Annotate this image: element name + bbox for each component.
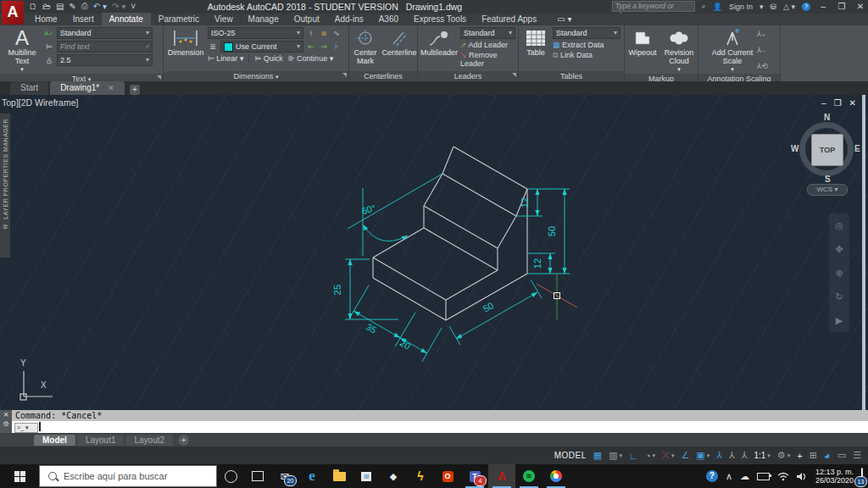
tray-help-icon[interactable]: ? bbox=[706, 470, 718, 482]
help-icon[interactable]: ? bbox=[802, 3, 810, 11]
leaders-dialog-launcher-icon[interactable] bbox=[512, 73, 516, 77]
view-cube-top-face[interactable]: TOP bbox=[811, 134, 843, 166]
snap-mode-icon[interactable]: ▥▾ bbox=[609, 450, 622, 461]
search-icon[interactable]: ⌕ bbox=[702, 2, 706, 11]
hardware-acceleration-icon[interactable]: ◕ bbox=[824, 449, 831, 462]
dim-layer-select[interactable]: Use Current▾ bbox=[220, 41, 303, 53]
autocad-taskbar-button[interactable]: A bbox=[488, 464, 515, 488]
panel-strip-centerlines[interactable]: Centerlines bbox=[349, 71, 417, 81]
status-customize-icon[interactable]: ☰ bbox=[853, 450, 861, 461]
dim-adjust-space-icon[interactable]: ⧈ bbox=[319, 29, 329, 38]
tab-view[interactable]: View bbox=[207, 13, 241, 25]
close-button[interactable]: ✕ bbox=[854, 2, 866, 11]
tray-chevron-icon[interactable]: ∧ bbox=[726, 471, 732, 482]
tab-a360[interactable]: A360 bbox=[371, 13, 406, 25]
autocad-app-menu-icon[interactable]: A bbox=[2, 1, 24, 25]
flash-app-button[interactable]: ϟ bbox=[407, 464, 434, 488]
remove-leader-button[interactable]: ↘ Remove Leader bbox=[460, 51, 515, 68]
wcs-menu[interactable]: WCS ▾ bbox=[807, 184, 848, 196]
dim-jog-line-icon[interactable]: ∿ bbox=[331, 29, 342, 37]
compass-east[interactable]: E bbox=[854, 144, 860, 153]
pan-icon[interactable]: ✥ bbox=[835, 244, 843, 255]
taskbar-clock[interactable]: 12:13 p. m. 26/03/2020 bbox=[815, 468, 854, 485]
store-button[interactable]: ⊞ bbox=[353, 464, 380, 488]
tab-home[interactable]: Home bbox=[27, 13, 65, 25]
battery-icon[interactable] bbox=[757, 473, 770, 480]
model-space-indicator[interactable]: MODEL bbox=[554, 451, 587, 460]
status-plus-icon[interactable]: + bbox=[797, 451, 802, 461]
tab-addins[interactable]: Add-ins bbox=[327, 13, 371, 25]
dimension-button[interactable]: Dimension bbox=[166, 27, 205, 71]
onedrive-cloud-icon[interactable]: ☁ bbox=[740, 471, 749, 482]
cortana-button[interactable] bbox=[217, 464, 244, 488]
object-snap-tracking-icon[interactable]: ∠ bbox=[681, 450, 689, 461]
restore-button[interactable]: ❐ bbox=[836, 2, 848, 11]
orbit-icon[interactable]: ↻ bbox=[835, 291, 843, 302]
grid-display-icon[interactable]: ▦ bbox=[593, 450, 602, 461]
multiline-text-button[interactable]: A Multiline Text▾ bbox=[3, 27, 42, 74]
annoscale-add-icon[interactable]: ⅄₊ bbox=[757, 30, 768, 38]
annotation-visibility-icon[interactable]: ⅄ bbox=[716, 450, 722, 461]
dimensions-dialog-launcher-icon[interactable] bbox=[342, 73, 347, 77]
center-mark-button[interactable]: Center Mark bbox=[352, 27, 379, 71]
annotation-scale-button[interactable]: 1:1▾ bbox=[754, 451, 770, 460]
panel-strip-dimensions[interactable]: Dimensions ▾ bbox=[164, 71, 348, 81]
polar-tracking-icon[interactable]: ◔▾ bbox=[645, 451, 655, 461]
tab-layout1[interactable]: Layout1 bbox=[77, 435, 125, 446]
dim-reassociate-icon[interactable]: ⇥ bbox=[319, 42, 329, 51]
table-style-select[interactable]: Standard▾ bbox=[553, 27, 620, 39]
file-tab-start[interactable]: Start bbox=[10, 81, 48, 95]
view-cube[interactable]: N W E S TOP bbox=[793, 115, 860, 183]
start-button[interactable] bbox=[0, 464, 39, 488]
tab-manage[interactable]: Manage bbox=[241, 13, 287, 25]
revision-cloud-button[interactable]: Revision Cloud▾ bbox=[663, 27, 695, 74]
app-store-cart-icon[interactable]: ⛁ bbox=[771, 3, 777, 11]
compass-west[interactable]: W bbox=[791, 144, 798, 153]
tab-layout2[interactable]: Layout2 bbox=[125, 435, 173, 446]
steering-wheel-icon[interactable]: ◎ bbox=[835, 220, 843, 231]
task-view-button[interactable] bbox=[244, 464, 271, 488]
text-style-select[interactable]: Standard▾ bbox=[57, 27, 153, 39]
dim-style-select[interactable]: ISO-25▾ bbox=[208, 27, 303, 39]
viewport-controls-label[interactable]: Top][2D Wireframe] bbox=[2, 97, 78, 108]
command-customize-icon[interactable]: ⚙ bbox=[3, 420, 8, 428]
workspace-switching-icon[interactable]: ⊞ bbox=[810, 450, 817, 461]
edge-button[interactable]: e bbox=[298, 464, 326, 488]
file-tab-drawing1[interactable]: Drawing1*✕ bbox=[50, 81, 125, 95]
file-explorer-button[interactable] bbox=[326, 464, 353, 488]
dim-update-icon[interactable]: ⇤ bbox=[306, 42, 316, 51]
command-close-icon[interactable]: ✕ bbox=[3, 411, 9, 419]
file-tab-close-icon[interactable]: ✕ bbox=[108, 84, 114, 92]
add-current-scale-button[interactable]: Add Current Scale▾ bbox=[710, 27, 754, 74]
compass-south[interactable]: S bbox=[825, 175, 831, 184]
workspace-settings-icon[interactable]: ⚙▾ bbox=[777, 450, 790, 461]
ribbon-display-toggle-icon[interactable]: ▭ ▾ bbox=[549, 13, 579, 25]
volume-icon[interactable] bbox=[797, 472, 808, 481]
tab-express-tools[interactable]: Express Tools bbox=[406, 13, 474, 25]
multileader-button[interactable]: Multileader bbox=[420, 27, 458, 71]
drawing-canvas[interactable]: 60°12501225352050 YX Top][2D Wireframe] … bbox=[0, 95, 868, 410]
viewport-close-icon[interactable]: ✕ bbox=[849, 98, 856, 108]
tab-model[interactable]: Model bbox=[34, 435, 75, 446]
text-height-select[interactable]: 2.5▾ bbox=[57, 54, 153, 66]
tab-insert[interactable]: Insert bbox=[65, 13, 102, 25]
find-text-input[interactable]: Find text⌕ bbox=[57, 41, 153, 53]
isolate-objects-icon[interactable]: ▭ bbox=[837, 450, 846, 461]
viewport-minimize-icon[interactable]: – bbox=[821, 98, 826, 108]
centerline-button[interactable]: Centerline bbox=[384, 27, 415, 71]
quick-dim-button[interactable]: ⊨ Quick bbox=[248, 54, 282, 63]
find-binoculars-icon[interactable]: ⌕ bbox=[146, 42, 149, 52]
show-motion-icon[interactable]: ▶ bbox=[836, 315, 843, 326]
taskbar-search-input[interactable]: Escribe aquí para buscar bbox=[39, 465, 217, 487]
table-button[interactable]: Table bbox=[521, 27, 550, 71]
sign-in-caret-icon[interactable]: ▾ bbox=[760, 3, 764, 11]
extract-data-button[interactable]: ▦ Extract Data bbox=[553, 41, 620, 49]
chrome-button[interactable] bbox=[542, 464, 570, 488]
zoom-icon[interactable]: ⊕ bbox=[835, 268, 843, 279]
text-align-icon[interactable]: ⊨ bbox=[44, 42, 54, 51]
wifi-icon[interactable] bbox=[777, 472, 789, 481]
navigation-bar[interactable]: ◎ ✥ ⊕ ↻ ▶ bbox=[829, 214, 849, 332]
dim-break-icon[interactable]: ⟊ bbox=[306, 29, 316, 38]
text-dialog-launcher-icon[interactable] bbox=[157, 75, 161, 80]
autodesk-360-icon[interactable]: △ ▾ bbox=[783, 3, 795, 11]
